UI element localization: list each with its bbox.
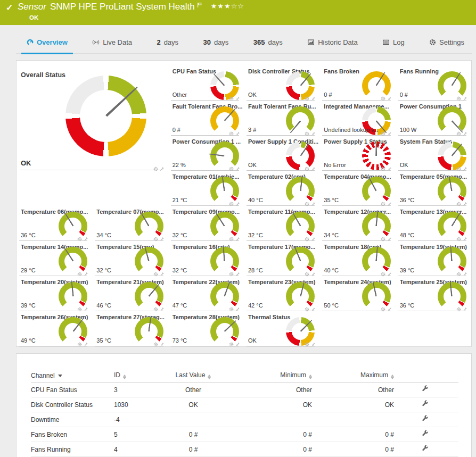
gear-small-icon[interactable] xyxy=(456,96,461,101)
column-header-maximum[interactable]: Maximum xyxy=(312,371,394,379)
gear-small-icon[interactable] xyxy=(305,342,309,347)
pin-icon[interactable] xyxy=(235,202,240,206)
tab-log[interactable]: Log xyxy=(377,32,410,54)
gauge-cell[interactable]: Temperature 25(system)36 °C xyxy=(396,277,471,312)
pin-icon[interactable] xyxy=(463,167,467,171)
gear-small-icon[interactable] xyxy=(456,202,461,206)
gauge-cell[interactable]: Temperature 22(system)47 °C xyxy=(168,277,244,312)
pin-icon[interactable] xyxy=(387,96,392,101)
pin-icon[interactable] xyxy=(463,307,467,312)
pin-icon[interactable] xyxy=(84,237,88,242)
gear-small-icon[interactable] xyxy=(229,342,234,347)
gear-small-icon[interactable] xyxy=(305,272,309,277)
column-header-channel[interactable]: Channel xyxy=(31,372,114,379)
gear-small-icon[interactable] xyxy=(381,131,385,136)
gauge-cell[interactable]: Temperature 27(storag...35 °C xyxy=(92,312,168,347)
gauge-cell[interactable]: Temperature 05(memo...36 °C xyxy=(396,172,471,207)
pin-icon[interactable] xyxy=(84,307,88,312)
tab-live-data[interactable]: Live Data xyxy=(87,32,137,54)
gear-small-icon[interactable] xyxy=(305,96,309,101)
gauge-cell[interactable]: Temperature 14(memo...29 °C xyxy=(17,242,92,277)
pin-icon[interactable] xyxy=(387,272,392,277)
gear-small-icon[interactable] xyxy=(77,272,82,277)
gear-small-icon[interactable] xyxy=(456,307,461,312)
gauge-cell[interactable]: Temperature 23(system)42 °C xyxy=(244,277,319,312)
gear-small-icon[interactable] xyxy=(229,96,234,101)
gear-small-icon[interactable] xyxy=(305,202,309,206)
gauge-cell[interactable]: System Fan StatusOK xyxy=(396,137,471,172)
gear-small-icon[interactable] xyxy=(229,307,234,312)
pin-icon[interactable] xyxy=(235,272,240,277)
gauge-cell[interactable]: Power Supply 1 Conditi...OK xyxy=(244,137,319,172)
pin-icon[interactable] xyxy=(235,131,240,136)
pin-icon[interactable] xyxy=(235,167,240,171)
pin-icon[interactable] xyxy=(463,272,467,277)
pin-icon[interactable] xyxy=(160,272,165,277)
gauge-cell[interactable]: Temperature 18(cpu)40 °C xyxy=(319,242,395,277)
gauge-cell[interactable]: Disk Controller StatusOK xyxy=(244,67,319,102)
gear-small-icon[interactable] xyxy=(456,237,461,242)
gear-small-icon[interactable] xyxy=(381,96,385,101)
gauge-cell[interactable]: Thermal StatusOK xyxy=(244,312,319,347)
pin-icon[interactable] xyxy=(311,96,316,101)
pin-icon[interactable] xyxy=(311,237,316,242)
gear-small-icon[interactable] xyxy=(77,342,82,347)
gear-small-icon[interactable] xyxy=(305,167,309,171)
column-header-minimum[interactable]: Minimum xyxy=(225,371,312,379)
gauge-cell[interactable]: Temperature 21(system)46 °C xyxy=(92,277,168,312)
pin-icon[interactable] xyxy=(311,167,316,171)
gear-small-icon[interactable] xyxy=(77,307,82,312)
gear-small-icon[interactable] xyxy=(456,272,461,277)
gear-small-icon[interactable] xyxy=(153,272,158,277)
gauge-cell[interactable]: Power Consumption 1100 W xyxy=(396,102,471,137)
edit-channel-wrench-icon[interactable] xyxy=(422,385,429,393)
gear-small-icon[interactable] xyxy=(381,307,385,312)
gauge-cell[interactable]: Temperature 06(memo...36 °C xyxy=(17,207,92,242)
overall-status-cell[interactable]: Overall StatusOK xyxy=(17,67,168,172)
gauge-cell[interactable]: Temperature 17(memo...28 °C xyxy=(244,242,319,277)
pin-icon[interactable] xyxy=(387,131,392,136)
gauge-cell[interactable]: Temperature 26(system)49 °C xyxy=(17,312,92,347)
gear-small-icon[interactable] xyxy=(153,307,158,312)
gauge-cell[interactable]: Temperature 16(cpu)32 °C xyxy=(168,242,244,277)
edit-channel-wrench-icon[interactable] xyxy=(422,445,429,452)
tab-overview[interactable]: Overview xyxy=(21,32,73,54)
pin-icon[interactable] xyxy=(235,237,240,242)
flag-icon[interactable] xyxy=(197,2,202,8)
gauge-cell[interactable]: Fault Tolerant Fans Bro...0 # xyxy=(168,102,244,137)
pin-icon[interactable] xyxy=(463,237,467,242)
edit-channel-wrench-icon[interactable] xyxy=(422,430,429,437)
gear-small-icon[interactable] xyxy=(456,167,461,171)
gear-small-icon[interactable] xyxy=(381,272,385,277)
gauge-cell[interactable]: Temperature 02(cpu)40 °C xyxy=(244,172,319,207)
gear-small-icon[interactable] xyxy=(305,307,309,312)
edit-channel-wrench-icon[interactable] xyxy=(422,415,429,422)
gear-small-icon[interactable] xyxy=(153,237,158,242)
gauge-cell[interactable]: Temperature 19(system)39 °C xyxy=(396,242,471,277)
rating-stars[interactable]: ★★★☆☆ xyxy=(211,2,244,10)
pin-icon[interactable] xyxy=(387,167,392,171)
pin-icon[interactable] xyxy=(311,131,316,136)
pin-icon[interactable] xyxy=(235,96,240,101)
column-header-last-value[interactable]: Last Value xyxy=(161,371,225,379)
gear-small-icon[interactable] xyxy=(381,237,385,242)
pin-icon[interactable] xyxy=(160,307,165,312)
gear-small-icon[interactable] xyxy=(77,237,82,242)
gauge-cell[interactable]: Temperature 09(memo...32 °C xyxy=(168,207,244,242)
gauge-cell[interactable]: Fans Running0 # xyxy=(396,67,471,102)
gear-small-icon[interactable] xyxy=(305,237,309,242)
gauge-cell[interactable]: Temperature 28(system)73 °C xyxy=(168,312,244,347)
gear-small-icon[interactable] xyxy=(229,202,234,206)
gear-small-icon[interactable] xyxy=(229,237,234,242)
gauge-cell[interactable]: Temperature 24(system)50 °C xyxy=(319,277,395,312)
pin-icon[interactable] xyxy=(311,202,316,206)
pin-icon[interactable] xyxy=(235,342,240,347)
gauge-cell[interactable]: Temperature 12(power...34 °C xyxy=(319,207,395,242)
gauge-cell[interactable]: Power Consumption 1 ...22 % xyxy=(168,137,244,172)
gear-small-icon[interactable] xyxy=(153,167,158,171)
pin-icon[interactable] xyxy=(311,272,316,277)
gear-small-icon[interactable] xyxy=(229,167,234,171)
gauge-cell[interactable]: Fault Tolerant Fans Ru...3 # xyxy=(244,102,319,137)
gauge-cell[interactable]: Temperature 01(ambie...21 °C xyxy=(168,172,244,207)
tab-settings[interactable]: Settings xyxy=(424,32,470,54)
